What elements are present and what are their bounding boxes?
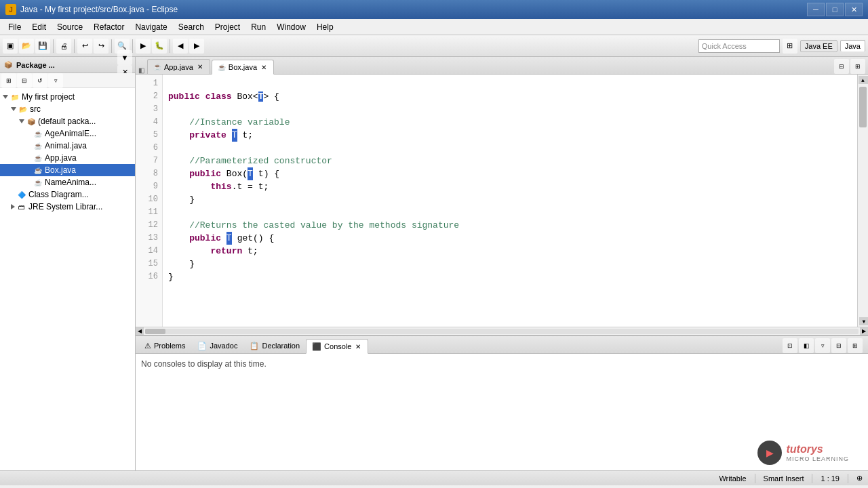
tab-app-java[interactable]: ☕ App.java ✕ bbox=[147, 59, 210, 74]
tree-item-box[interactable]: ☕ Box.java bbox=[0, 164, 135, 176]
code-editor[interactable]: 1 2 3 4 5 6 7 8 9 10 11 12 13 14 15 16 bbox=[136, 75, 868, 327]
app-icon-tree: ☕ bbox=[33, 152, 43, 163]
watermark: ▶ tutorys Micro Learning bbox=[752, 438, 854, 468]
status-sep-2 bbox=[812, 474, 812, 483]
box-icon: ☕ bbox=[33, 165, 43, 176]
code-line-9: } bbox=[168, 195, 195, 205]
declaration-icon: 📋 bbox=[250, 342, 259, 350]
tree-item-classdiag[interactable]: 🔷 Class Diagram... bbox=[0, 188, 135, 201]
menu-edit[interactable]: Edit bbox=[26, 21, 52, 33]
project-label: My first project bbox=[22, 92, 75, 102]
editor-restore-btn[interactable]: ◧ bbox=[138, 66, 144, 74]
close-button[interactable]: ✕ bbox=[845, 3, 863, 16]
toolbar-next[interactable]: ▶ bbox=[189, 39, 204, 54]
editor-min[interactable]: ⊟ bbox=[834, 59, 849, 74]
box-label: Box.java bbox=[45, 165, 76, 175]
pe-btn-2[interactable]: ⊟ bbox=[17, 73, 32, 88]
tab-box-java[interactable]: ☕ Box.java ✕ bbox=[212, 60, 274, 75]
menu-navigate[interactable]: Navigate bbox=[130, 21, 172, 33]
editor-tab-bar: ◧ ☕ App.java ✕ ☕ Box.java ✕ ⊟ ⊞ bbox=[136, 57, 868, 75]
line-16: 16 bbox=[136, 270, 162, 283]
code-line-15: } bbox=[168, 272, 174, 282]
menu-file[interactable]: File bbox=[3, 21, 26, 33]
horizontal-scrollbar[interactable]: ◀ ▶ bbox=[136, 327, 868, 335]
tree-item-jre[interactable]: 🗃 JRE System Librar... bbox=[0, 201, 135, 213]
status-smart-insert: Smart Insert bbox=[764, 474, 804, 483]
menu-refactor[interactable]: Refactor bbox=[88, 21, 130, 33]
pe-btn-4[interactable]: ▿ bbox=[48, 73, 63, 88]
menu-search[interactable]: Search bbox=[173, 21, 210, 33]
line-14: 14 bbox=[136, 245, 162, 258]
line-4: 4 bbox=[136, 116, 162, 129]
pe-btn-3[interactable]: ↺ bbox=[33, 73, 47, 88]
toolbar-print[interactable]: 🖨 bbox=[56, 39, 71, 54]
package-explorer: 📦 Package ... ▼ ✕ ⊞ ⊟ ↺ ▿ 📁 My first pro… bbox=[0, 57, 136, 470]
pe-btn-1[interactable]: ⊞ bbox=[1, 73, 16, 88]
tab-declaration[interactable]: 📋 Declaration bbox=[243, 338, 306, 353]
toolbar-new[interactable]: ▣ bbox=[3, 39, 18, 54]
toolbar-redo[interactable]: ↪ bbox=[94, 39, 108, 54]
toolbar-open[interactable]: 📂 bbox=[19, 39, 34, 54]
tab-javadoc[interactable]: 📄 Javadoc bbox=[191, 338, 243, 353]
java-ee-perspective[interactable]: Java EE bbox=[800, 40, 837, 52]
main-area: 📦 Package ... ▼ ✕ ⊞ ⊟ ↺ ▿ 📁 My first pro… bbox=[0, 57, 868, 470]
editor-max[interactable]: ⊞ bbox=[850, 59, 865, 74]
toolbar-undo[interactable]: ↩ bbox=[77, 39, 92, 54]
quick-access-label: Quick Access bbox=[702, 42, 747, 50]
tree-item-project[interactable]: 📁 My first project bbox=[0, 91, 135, 103]
code-content[interactable]: public class Box<T> { //Instance variabl… bbox=[163, 75, 857, 327]
expand-icon-project bbox=[3, 95, 8, 99]
console-max[interactable]: ⊞ bbox=[848, 338, 863, 353]
toolbar-save[interactable]: 💾 bbox=[35, 39, 50, 54]
tab-problems-label: Problems bbox=[154, 342, 185, 350]
tab-problems[interactable]: ⚠ Problems bbox=[138, 338, 191, 353]
console-min[interactable]: ⊟ bbox=[831, 338, 846, 353]
tab-app-close[interactable]: ✕ bbox=[196, 63, 204, 71]
tree-item-name[interactable]: ☕ NameAnima... bbox=[0, 176, 135, 188]
scroll-up[interactable]: ▲ bbox=[859, 76, 868, 84]
watermark-text: tutorys Micro Learning bbox=[786, 443, 849, 463]
toolbar-perspective-list[interactable]: ⊞ bbox=[783, 39, 797, 54]
tab-box-close[interactable]: ✕ bbox=[260, 63, 268, 71]
menu-window[interactable]: Window bbox=[271, 21, 311, 33]
package-explorer-header: 📦 Package ... ▼ ✕ bbox=[0, 57, 135, 73]
code-line-12: public T get() { bbox=[168, 233, 274, 243]
tree-item-age[interactable]: ☕ AgeAnimalE... bbox=[0, 127, 135, 140]
menu-help[interactable]: Help bbox=[311, 21, 339, 33]
scroll-down[interactable]: ▼ bbox=[859, 317, 868, 325]
maximize-button[interactable]: □ bbox=[826, 3, 844, 16]
toolbar-debug[interactable]: 🐛 bbox=[152, 39, 167, 54]
pe-collapse[interactable]: ▼ bbox=[117, 50, 132, 65]
menu-source[interactable]: Source bbox=[52, 21, 88, 33]
java-perspective[interactable]: Java bbox=[840, 40, 865, 52]
minimize-button[interactable]: ─ bbox=[807, 3, 825, 16]
animal-label: Animal.java bbox=[45, 141, 87, 150]
toolbar-prev[interactable]: ◀ bbox=[173, 39, 188, 54]
quick-access-input[interactable]: Quick Access bbox=[698, 39, 780, 53]
tab-app-icon: ☕ bbox=[153, 63, 161, 70]
tree-item-defaultpkg[interactable]: 📦 (default packa... bbox=[0, 115, 135, 127]
title-bar: J Java - My first project/src/Box.java -… bbox=[0, 0, 868, 19]
tree-item-animal[interactable]: ☕ Animal.java bbox=[0, 140, 135, 152]
code-line-6: //Parameterized constructor bbox=[168, 156, 332, 166]
tab-console[interactable]: ⬛ Console ✕ bbox=[306, 339, 368, 354]
status-sep-1 bbox=[755, 474, 755, 483]
vertical-scrollbar[interactable]: ▲ ▼ bbox=[857, 75, 868, 327]
hscroll-left[interactable]: ◀ bbox=[136, 327, 144, 336]
console-view[interactable]: ◧ bbox=[799, 338, 814, 353]
menu-run[interactable]: Run bbox=[245, 21, 271, 33]
tab-console-close[interactable]: ✕ bbox=[354, 342, 362, 350]
tree-item-src[interactable]: 📂 src bbox=[0, 103, 135, 115]
age-icon: ☕ bbox=[33, 128, 43, 139]
tree-item-app[interactable]: ☕ App.java bbox=[0, 152, 135, 164]
console-copy[interactable]: ⊡ bbox=[783, 338, 797, 353]
menu-project[interactable]: Project bbox=[210, 21, 245, 33]
line-5: 5 bbox=[136, 129, 162, 142]
toolbar-run[interactable]: ▶ bbox=[136, 39, 151, 54]
console-dropdown[interactable]: ▿ bbox=[815, 338, 830, 353]
hscroll-thumb[interactable] bbox=[145, 329, 165, 334]
jre-icon: 🗃 bbox=[16, 201, 27, 212]
scroll-thumb[interactable] bbox=[859, 87, 867, 127]
code-line-1: public class Box<T> { bbox=[168, 92, 279, 102]
hscroll-right[interactable]: ▶ bbox=[860, 327, 868, 336]
